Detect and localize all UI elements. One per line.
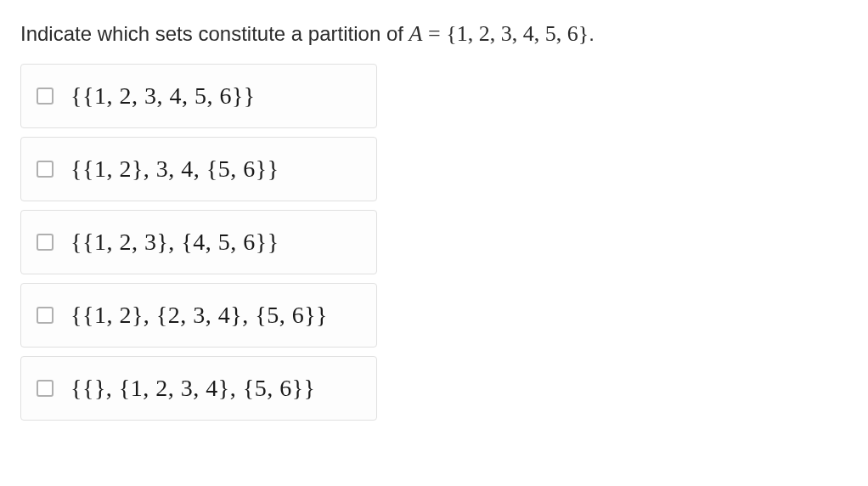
question-text: Indicate which sets constitute a partiti… [20, 17, 848, 50]
option-4-label: {{1, 2}, {2, 3, 4}, {5, 6}} [70, 301, 328, 330]
checkbox-icon[interactable] [37, 380, 54, 397]
checkbox-icon[interactable] [37, 88, 54, 105]
option-2-label: {{1, 2}, 3, 4, {5, 6}} [70, 155, 279, 184]
checkbox-icon[interactable] [37, 307, 54, 324]
option-1-label: {{1, 2, 3, 4, 5, 6}} [70, 82, 256, 110]
set-variable: A [409, 21, 423, 46]
checkbox-icon[interactable] [37, 234, 54, 251]
option-3-label: {{1, 2, 3}, {4, 5, 6}} [70, 228, 279, 257]
question-suffix: . [589, 22, 595, 45]
checkbox-icon[interactable] [37, 161, 54, 178]
question-prefix: Indicate which sets constitute a partiti… [20, 22, 409, 45]
set-definition: {1, 2, 3, 4, 5, 6} [446, 21, 589, 46]
option-2[interactable]: {{1, 2}, 3, 4, {5, 6}} [20, 137, 377, 201]
option-1[interactable]: {{1, 2, 3, 4, 5, 6}} [20, 64, 377, 128]
equals-sign: = [422, 21, 446, 46]
option-4[interactable]: {{1, 2}, {2, 3, 4}, {5, 6}} [20, 283, 377, 348]
option-3[interactable]: {{1, 2, 3}, {4, 5, 6}} [20, 210, 377, 274]
options-container: {{1, 2, 3, 4, 5, 6}} {{1, 2}, 3, 4, {5, … [20, 64, 377, 421]
option-5[interactable]: {{}, {1, 2, 3, 4}, {5, 6}} [20, 356, 377, 421]
question-math: A = {1, 2, 3, 4, 5, 6} [409, 21, 589, 46]
option-5-label: {{}, {1, 2, 3, 4}, {5, 6}} [70, 374, 316, 403]
